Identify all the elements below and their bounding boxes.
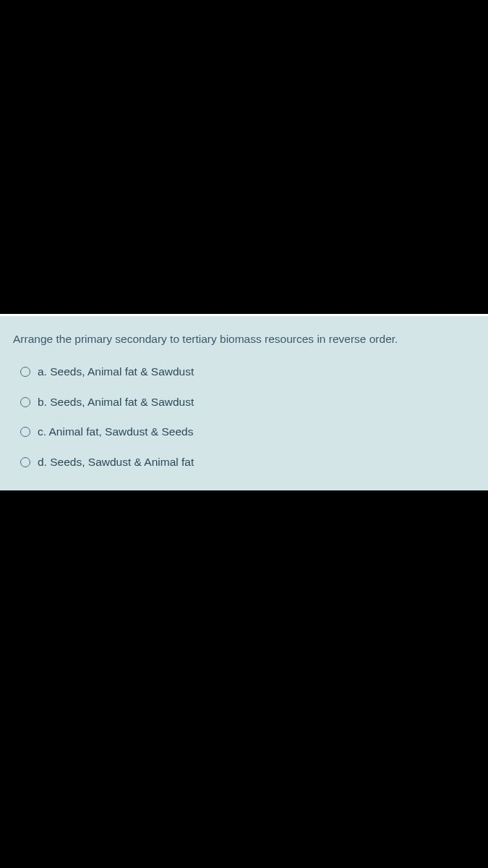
option-label: d. Seeds, Sawdust & Animal fat xyxy=(38,454,194,470)
option-letter: b. xyxy=(38,396,47,408)
question-text: Arrange the primary secondary to tertiar… xyxy=(13,331,475,348)
option-a[interactable]: a. Seeds, Animal fat & Sawdust xyxy=(20,364,475,380)
radio-icon[interactable] xyxy=(20,457,30,467)
option-text: Seeds, Animal fat & Sawdust xyxy=(50,396,194,408)
option-text: Animal fat, Sawdust & Seeds xyxy=(49,425,194,438)
option-letter: a. xyxy=(38,365,47,378)
option-text: Seeds, Sawdust & Animal fat xyxy=(50,456,194,468)
option-text: Seeds, Animal fat & Sawdust xyxy=(50,365,194,378)
option-label: c. Animal fat, Sawdust & Seeds xyxy=(38,424,193,440)
radio-icon[interactable] xyxy=(20,397,30,407)
option-b[interactable]: b. Seeds, Animal fat & Sawdust xyxy=(20,394,475,410)
option-label: b. Seeds, Animal fat & Sawdust xyxy=(38,394,194,410)
option-label: a. Seeds, Animal fat & Sawdust xyxy=(38,364,194,380)
radio-icon[interactable] xyxy=(20,367,30,377)
option-d[interactable]: d. Seeds, Sawdust & Animal fat xyxy=(20,454,475,470)
option-letter: d. xyxy=(38,456,47,468)
option-letter: c. xyxy=(38,425,46,438)
option-c[interactable]: c. Animal fat, Sawdust & Seeds xyxy=(20,424,475,440)
radio-icon[interactable] xyxy=(20,427,30,437)
question-container: Arrange the primary secondary to tertiar… xyxy=(0,314,488,490)
